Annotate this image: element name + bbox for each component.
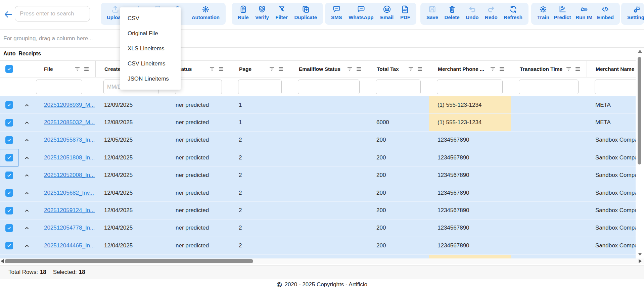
filter-input-emailflow-status[interactable] bbox=[298, 80, 360, 94]
toolbar-button-duplicate[interactable]: Duplicate bbox=[292, 3, 319, 20]
file-link[interactable]: 202512055873_In... bbox=[44, 137, 95, 143]
toolbar-button-undo[interactable]: Undo bbox=[464, 3, 480, 20]
vertical-scroll-thumb[interactable] bbox=[638, 57, 641, 164]
row-checkbox[interactable] bbox=[5, 154, 13, 161]
table-row[interactable]: 202512052008_In...12/04/2025ner predicte… bbox=[0, 167, 636, 184]
file-link[interactable]: 202512051808_In... bbox=[44, 154, 95, 161]
toolbar-button-run-im[interactable]: Run IM bbox=[573, 3, 594, 20]
horizontal-scroll-thumb[interactable] bbox=[5, 259, 253, 263]
chevron-up-icon[interactable] bbox=[24, 119, 30, 126]
table-row[interactable]: 20251205682_Inv...12/04/2025ner predicte… bbox=[0, 184, 636, 202]
toolbar-button-train[interactable]: Train bbox=[535, 3, 551, 20]
filter-input-merchant-name[interactable] bbox=[595, 80, 636, 94]
filter-input-page[interactable] bbox=[238, 80, 282, 94]
table-row[interactable] bbox=[0, 255, 636, 258]
column-menu-icon[interactable] bbox=[84, 66, 89, 72]
column-header-file[interactable]: File bbox=[35, 61, 95, 77]
file-link[interactable]: 202512059124_In... bbox=[44, 207, 95, 214]
toolbar-button-email[interactable]: Email bbox=[378, 3, 396, 20]
column-header-merchant-name[interactable]: Merchant Name bbox=[587, 61, 636, 77]
header-filter-icon[interactable] bbox=[75, 66, 80, 72]
filter-input-total-tax[interactable] bbox=[376, 80, 421, 94]
header-filter-icon[interactable] bbox=[347, 66, 353, 72]
table-row[interactable]: 202512044465_In...12/04/2025ner predicte… bbox=[0, 237, 636, 254]
header-filter-icon[interactable] bbox=[269, 66, 275, 72]
column-header-transaction-time[interactable]: Transaction Time bbox=[511, 61, 587, 77]
toolbar-button-refresh[interactable]: Refresh bbox=[502, 3, 524, 20]
row-checkbox[interactable] bbox=[5, 224, 13, 232]
toolbar-button-pdf[interactable]: PDFPDF bbox=[398, 3, 412, 20]
group-panel[interactable]: For grouping, drag a column here... bbox=[0, 30, 644, 48]
column-header-total-tax[interactable]: Total Tax bbox=[368, 61, 429, 77]
table-row[interactable]: 202512098939_M...12/09/2025ner predicted… bbox=[0, 96, 636, 114]
file-link[interactable]: 202512098939_M... bbox=[44, 102, 95, 108]
file-link[interactable]: 202512054778_In... bbox=[44, 225, 95, 231]
header-filter-icon[interactable] bbox=[566, 66, 571, 72]
file-link[interactable]: 202512085032_M... bbox=[44, 119, 95, 126]
menu-item-json-lineitems[interactable]: JSON Lineitems bbox=[120, 71, 181, 86]
row-checkbox[interactable] bbox=[5, 136, 13, 144]
column-menu-icon[interactable] bbox=[218, 66, 224, 72]
file-link[interactable]: 202512044465_In... bbox=[44, 242, 95, 249]
menu-item-csv[interactable]: CSV bbox=[120, 11, 181, 26]
header-select-all[interactable] bbox=[0, 61, 18, 77]
scroll-left-icon[interactable] bbox=[1, 259, 4, 263]
file-link[interactable]: 20251205682_Inv... bbox=[44, 190, 94, 196]
toolbar-button-delete[interactable]: Delete bbox=[443, 3, 462, 20]
toolbar-button-automation[interactable]: Automation bbox=[190, 3, 222, 20]
column-menu-icon[interactable] bbox=[417, 66, 423, 72]
column-header-merchant-phone-[interactable]: Merchant Phone ... bbox=[429, 61, 511, 77]
filter-input-transaction-time[interactable] bbox=[519, 80, 579, 94]
filter-input-file[interactable] bbox=[36, 80, 82, 94]
toolbar-button-embed[interactable]: Embed bbox=[595, 3, 616, 20]
chevron-up-icon[interactable] bbox=[24, 137, 30, 143]
column-header-emailflow-status[interactable]: Emailflow Status bbox=[290, 61, 368, 77]
column-menu-icon[interactable] bbox=[575, 66, 581, 72]
menu-item-original-file[interactable]: Original File bbox=[120, 26, 181, 41]
row-checkbox[interactable] bbox=[5, 101, 13, 109]
toolbar-button-save[interactable]: Save bbox=[424, 3, 440, 20]
table-row[interactable]: 202512059124_In...12/04/2025ner predicte… bbox=[0, 202, 636, 219]
row-checkbox[interactable] bbox=[5, 172, 13, 179]
back-arrow-icon[interactable] bbox=[3, 9, 13, 19]
filter-input-status[interactable] bbox=[175, 80, 222, 94]
scroll-down-icon[interactable] bbox=[638, 253, 642, 256]
menu-item-xls-lineitems[interactable]: XLS Lineitems bbox=[120, 41, 181, 56]
header-filter-icon[interactable] bbox=[209, 66, 215, 72]
chevron-up-icon[interactable] bbox=[24, 225, 30, 231]
table-row[interactable]: 202512055873_In...12/05/2025ner predicte… bbox=[0, 132, 636, 149]
chevron-up-icon[interactable] bbox=[24, 172, 30, 178]
row-checkbox[interactable] bbox=[5, 119, 13, 127]
column-menu-icon[interactable] bbox=[499, 66, 505, 72]
toolbar-button-redo[interactable]: Redo bbox=[483, 3, 500, 20]
toolbar-button-sms[interactable]: SMS bbox=[329, 3, 344, 20]
column-menu-icon[interactable] bbox=[356, 66, 362, 72]
toolbar-button-settings[interactable]: Settings bbox=[625, 3, 644, 20]
row-checkbox[interactable] bbox=[5, 242, 13, 249]
chevron-up-icon[interactable] bbox=[24, 102, 30, 108]
table-row[interactable]: 202512085032_M...12/08/2025ner predicted… bbox=[0, 114, 636, 131]
horizontal-scrollbar[interactable] bbox=[0, 258, 644, 264]
toolbar-button-filter[interactable]: Filter bbox=[273, 3, 290, 20]
row-checkbox[interactable] bbox=[5, 207, 13, 214]
table-row[interactable]: 202512051808_In...12/04/2025ner predicte… bbox=[0, 149, 636, 166]
column-header-page[interactable]: Page bbox=[230, 61, 290, 77]
chevron-up-icon[interactable] bbox=[24, 207, 30, 213]
scroll-right-icon[interactable] bbox=[639, 259, 642, 263]
toolbar-button-whatsapp[interactable]: WhatsApp bbox=[347, 3, 375, 20]
toolbar-button-predict[interactable]: Predict bbox=[552, 3, 573, 20]
header-filter-icon[interactable] bbox=[490, 66, 496, 72]
chevron-up-icon[interactable] bbox=[24, 190, 30, 196]
toolbar-button-verify[interactable]: Verify bbox=[253, 3, 271, 20]
file-link[interactable]: 202512052008_In... bbox=[44, 172, 95, 179]
column-menu-icon[interactable] bbox=[278, 66, 284, 72]
vertical-scrollbar[interactable] bbox=[637, 49, 643, 258]
chevron-up-icon[interactable] bbox=[24, 243, 30, 249]
select-all-checkbox[interactable] bbox=[5, 65, 13, 73]
menu-item-csv-lineitems[interactable]: CSV Lineitems bbox=[120, 56, 181, 71]
scroll-up-icon[interactable] bbox=[638, 50, 642, 53]
header-filter-icon[interactable] bbox=[408, 66, 414, 72]
search-input[interactable] bbox=[15, 6, 90, 21]
row-checkbox[interactable] bbox=[5, 189, 13, 197]
filter-input-merchant-phone-[interactable] bbox=[437, 80, 503, 94]
